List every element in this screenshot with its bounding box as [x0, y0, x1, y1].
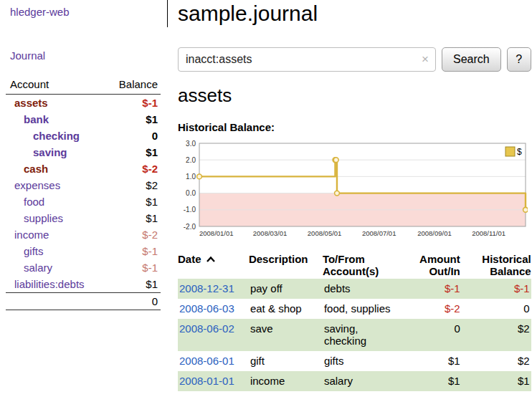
clear-search-icon[interactable]: ×: [422, 53, 429, 65]
register-row: 2008-01-01incomesalary$1$1: [178, 371, 531, 391]
search-bar: × Search ?: [178, 47, 531, 72]
account-row: income$-2: [6, 226, 161, 243]
y-tick-label: 2.0: [186, 156, 196, 164]
legend-label: $: [517, 147, 522, 157]
account-balance: $-1: [103, 259, 161, 276]
register-col-accounts: To/FromAccount(s): [323, 251, 395, 279]
chart-title: Historical Balance:: [178, 121, 531, 133]
register-table: DateDescriptionTo/FromAccount(s)AmountOu…: [178, 251, 531, 391]
account-balance: $-2: [103, 160, 161, 177]
account-balance: $-1: [103, 95, 161, 112]
account-link[interactable]: gifts: [24, 245, 44, 257]
transaction-accounts: saving, checking: [323, 319, 395, 351]
account-balance: $-1: [103, 243, 161, 259]
accounts-table: Account Balance assets$-1bank$1checking0…: [6, 76, 161, 310]
data-point-marker: [197, 174, 202, 179]
account-link[interactable]: saving: [33, 146, 67, 158]
transaction-balance: 0: [460, 299, 531, 319]
account-row: bank$1: [6, 111, 161, 128]
legend-swatch: [505, 147, 515, 156]
account-link[interactable]: liabilities:debts: [14, 278, 85, 290]
x-tick-label: 2008/05/01: [308, 229, 342, 237]
sidebar: hledger-web Journal Account Balance asse…: [0, 0, 167, 417]
account-link[interactable]: supplies: [24, 212, 63, 224]
x-tick-label: 2008/11/01: [472, 229, 505, 237]
accounts-header-row: Account Balance: [6, 76, 161, 95]
account-heading: assets: [178, 85, 531, 107]
accounts-col-account: Account: [6, 76, 103, 95]
transaction-date-link[interactable]: 2008-12-31: [179, 282, 234, 294]
sort-ascending-icon: [206, 256, 216, 263]
y-tick-label: 3.0: [186, 140, 196, 148]
x-tick-label: 2008/03/01: [253, 229, 288, 237]
account-row: assets$-1: [6, 95, 161, 112]
transaction-date-link[interactable]: 2008-01-01: [179, 375, 234, 387]
account-link[interactable]: checking: [33, 130, 80, 142]
historical-balance-chart-svg: 3.02.01.00.0-1.0-2.02008/01/012008/03/01…: [178, 139, 528, 239]
data-point-marker: [523, 207, 528, 212]
account-row: saving$1: [6, 144, 161, 160]
accounts-total-row: 0: [6, 293, 161, 310]
transaction-date-link[interactable]: 2008-06-02: [179, 322, 234, 335]
register-col-label-line2: Account(s): [323, 265, 395, 277]
account-link[interactable]: expenses: [14, 179, 60, 191]
transaction-amount: $-1: [395, 279, 460, 299]
transaction-amount: 0: [395, 319, 460, 351]
account-balance: $1: [103, 111, 161, 128]
app-title-link[interactable]: hledger-web: [10, 6, 167, 18]
account-link[interactable]: bank: [24, 113, 49, 125]
register-col-label: Amount: [419, 253, 460, 265]
y-tick-label: -1.0: [184, 206, 196, 214]
account-balance: $2: [103, 177, 161, 193]
x-tick-label: 2008/09/01: [417, 229, 452, 237]
transaction-date-link[interactable]: 2008-06-01: [179, 355, 234, 367]
register-row: 2008-06-01giftgifts$1$2: [178, 351, 531, 371]
y-tick-label: -2.0: [184, 223, 196, 231]
search-box: ×: [178, 47, 436, 72]
transaction-description: eat & shop: [249, 299, 323, 319]
transaction-description: income: [249, 371, 323, 391]
account-link[interactable]: cash: [24, 163, 48, 175]
account-row: checking0: [6, 128, 161, 144]
register-col-label: Date: [178, 253, 201, 265]
data-point-marker: [335, 191, 340, 196]
accounts-total-balance: 0: [103, 293, 161, 310]
register-header-row: DateDescriptionTo/FromAccount(s)AmountOu…: [178, 251, 531, 279]
register-row: 2008-06-03eat & shopfood, supplies$-20: [178, 299, 531, 319]
register-col-label: Historical: [482, 253, 531, 265]
transaction-balance: $-1: [460, 279, 531, 299]
transaction-date-link[interactable]: 2008-06-03: [179, 302, 234, 315]
x-tick-label: 2008/07/01: [362, 229, 396, 237]
register-col-label: Description: [249, 253, 308, 265]
account-link[interactable]: salary: [24, 262, 52, 274]
search-input[interactable]: [179, 48, 435, 71]
register-col-date[interactable]: Date: [178, 251, 249, 279]
register-row: 2008-06-02savesaving, checking0$2: [178, 319, 531, 351]
transaction-balance: $2: [460, 319, 531, 351]
transaction-description: gift: [249, 351, 323, 371]
search-help-button[interactable]: ?: [507, 47, 531, 72]
account-row: supplies$1: [6, 210, 161, 226]
register-col-amount: AmountOut/In: [395, 251, 460, 279]
journal-nav-link[interactable]: Journal: [10, 49, 167, 62]
transaction-amount: $1: [395, 351, 460, 371]
account-row: salary$-1: [6, 259, 161, 276]
account-balance: $-2: [103, 226, 161, 243]
account-link[interactable]: food: [24, 196, 44, 208]
account-row: gifts$-1: [6, 243, 161, 259]
x-tick-label: 2008/01/01: [199, 229, 234, 237]
transaction-amount: $1: [395, 371, 460, 391]
register-row: 2008-12-31pay offdebts$-1$-1: [178, 279, 531, 299]
transaction-accounts: debts: [323, 279, 395, 299]
account-balance: $1: [103, 276, 161, 293]
transaction-description: save: [249, 319, 323, 351]
search-button[interactable]: Search: [442, 47, 501, 72]
data-point-marker: [333, 158, 338, 163]
register-col-label-line2: Out/In: [395, 265, 460, 277]
account-link[interactable]: assets: [14, 97, 48, 109]
account-balance: 0: [103, 128, 161, 144]
y-tick-label: 0.0: [186, 189, 196, 197]
transaction-amount: $-2: [395, 299, 460, 319]
transaction-accounts: food, supplies: [323, 299, 395, 319]
account-link[interactable]: income: [14, 229, 49, 241]
